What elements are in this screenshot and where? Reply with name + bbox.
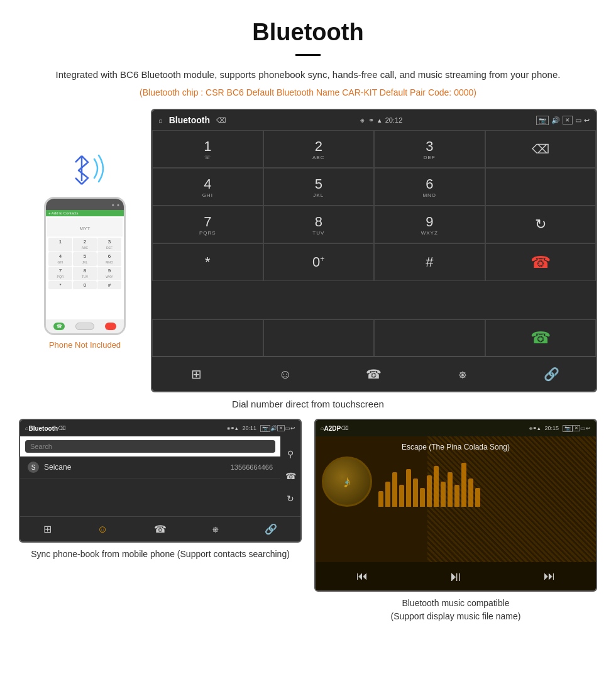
- mus-cam-icon[interactable]: 📷: [563, 425, 573, 432]
- pb-full-icon[interactable]: ▭: [285, 425, 290, 431]
- phone-area: ● ● + Add to Contacts MYT 12ABC3DEF 4GHI…: [19, 109, 151, 350]
- bluetooth-signal-icon: [60, 147, 110, 191]
- nav-contacts-icon[interactable]: ☺: [273, 362, 298, 387]
- phonebook-main: Search S Seicane 13566664466: [20, 436, 280, 516]
- music-caption: Bluetooth music compatible(Support displ…: [391, 597, 521, 623]
- side-search-icon[interactable]: ⚲: [287, 449, 294, 459]
- home-icon[interactable]: ⌂: [158, 116, 163, 124]
- usb-icon: ⌫: [216, 116, 226, 124]
- key-7[interactable]: 7PQRS: [152, 206, 263, 243]
- nav-link-icon[interactable]: 🔗: [539, 362, 564, 387]
- page-title: Bluetooth: [0, 0, 616, 49]
- location-icon: ⚭: [368, 116, 374, 124]
- key-6[interactable]: 6MNO: [374, 168, 485, 206]
- nav-dialpad-icon[interactable]: ⊞: [184, 362, 209, 387]
- pb-loc-icon: ⚭: [230, 425, 235, 431]
- prev-track-icon[interactable]: ⏮: [356, 570, 368, 583]
- key-9[interactable]: 9WXYZ: [374, 206, 485, 243]
- phone-not-included-label: Phone Not Included: [49, 340, 121, 350]
- pbnav-grid-icon[interactable]: ⊞: [43, 523, 52, 535]
- key-empty-r5a: [152, 319, 263, 357]
- mus-app-label: A2DP: [324, 425, 341, 432]
- music-statusbar: ⌂ A2DP ⌫ ⎈ ⚭ ▴ 20:15 📷 ✕ ▭ ↩: [316, 420, 596, 436]
- side-phone-icon[interactable]: ☎: [285, 471, 296, 481]
- key-hash[interactable]: #: [374, 243, 485, 281]
- dialpad-grid: 1☏ 2ABC 3DEF ⌫ 4GHI 5JKL: [152, 130, 596, 319]
- page-specs: (Bluetooth chip : CSR BC6 Default Blueto…: [0, 87, 616, 97]
- title-divider: [295, 54, 321, 56]
- phonebook-section: ⌂ Bluetooth ⌫ ⎈ ⚭ ▴ 20:11 📷 🔊 ✕ ▭ ↩ Sear…: [19, 419, 302, 623]
- key-5[interactable]: 5JKL: [263, 168, 375, 206]
- mus-loc-icon: ⚭: [532, 425, 537, 431]
- pb-back-icon[interactable]: ↩: [290, 425, 295, 431]
- mus-close-icon[interactable]: ✕: [573, 425, 580, 431]
- fullscreen-icon[interactable]: ▭: [575, 116, 581, 124]
- key-star[interactable]: *: [152, 243, 263, 281]
- key-2[interactable]: 2ABC: [263, 130, 375, 168]
- phonebook-contact-item[interactable]: S Seicane 13566664466: [20, 456, 280, 479]
- music-art-area: ♪ ⎈: [316, 451, 596, 512]
- key-empty-r2: [485, 168, 597, 206]
- pb-close-icon[interactable]: ✕: [277, 425, 285, 431]
- phonebook-list: S Seicane 13566664466: [20, 456, 280, 479]
- android-statusbar: ⌂ Bluetooth ⌫ ⎈ ⚭ ▴ 20:12 📷 🔊 ✕ ▭ ↩: [152, 110, 596, 130]
- close-icon[interactable]: ✕: [563, 116, 573, 124]
- nav-phone-icon[interactable]: ☎: [361, 362, 387, 387]
- mus-time: 20:15: [544, 425, 559, 431]
- back-icon[interactable]: ↩: [584, 116, 590, 124]
- pb-cam-icon[interactable]: 📷: [260, 425, 270, 432]
- music-equalizer: [378, 456, 590, 507]
- mus-wifi-icon: ▴: [537, 425, 541, 431]
- phonebook-search-bar[interactable]: Search: [25, 440, 275, 453]
- time-label: 20:12: [385, 116, 403, 124]
- mus-full-icon[interactable]: ▭: [580, 425, 586, 431]
- phone-mockup: ● ● + Add to Contacts MYT 12ABC3DEF 4GHI…: [44, 197, 126, 335]
- pb-time: 20:11: [242, 425, 256, 431]
- main-section: ● ● + Add to Contacts MYT 12ABC3DEF 4GHI…: [0, 109, 616, 392]
- music-album-bt-icon: ⎈: [345, 479, 349, 485]
- key-0[interactable]: 0+: [263, 243, 375, 281]
- music-screen-body: Escape (The Pina Colada Song) ♪ ⎈: [316, 436, 596, 562]
- music-section: ⌂ A2DP ⌫ ⎈ ⚭ ▴ 20:15 📷 ✕ ▭ ↩ Escape (The…: [314, 419, 597, 623]
- music-screen: ⌂ A2DP ⌫ ⎈ ⚭ ▴ 20:15 📷 ✕ ▭ ↩ Escape (The…: [314, 419, 597, 592]
- pb-app-label: Bluetooth: [28, 425, 58, 432]
- play-pause-icon[interactable]: ⏯: [449, 568, 463, 585]
- contact-letter: S: [28, 462, 39, 473]
- camera-icon[interactable]: 📷: [536, 116, 549, 125]
- key-8[interactable]: 8TUV: [263, 206, 375, 243]
- nav-bluetooth-icon[interactable]: ⎈: [450, 362, 475, 387]
- music-song-title: Escape (The Pina Colada Song): [402, 443, 510, 451]
- next-track-icon[interactable]: ⏭: [544, 570, 555, 583]
- key-end-call[interactable]: ☎: [485, 243, 597, 281]
- main-caption: Dial number direct from touchscreen: [0, 399, 616, 409]
- car-bottom-nav: ⊞ ☺ ☎ ⎈ 🔗: [152, 357, 596, 391]
- key-4[interactable]: 4GHI: [152, 168, 263, 206]
- pbnav-phone-icon[interactable]: ☎: [154, 523, 167, 535]
- key-empty-r5c: [374, 319, 485, 357]
- key-1[interactable]: 1☏: [152, 130, 263, 168]
- side-refresh-icon[interactable]: ↻: [287, 494, 294, 504]
- mus-back-icon[interactable]: ↩: [586, 425, 591, 431]
- car-dialpad-screen: ⌂ Bluetooth ⌫ ⎈ ⚭ ▴ 20:12 📷 🔊 ✕ ▭ ↩: [151, 109, 597, 392]
- pbnav-bt-icon[interactable]: ⎈: [212, 524, 219, 535]
- volume-icon[interactable]: 🔊: [551, 116, 560, 124]
- bluetooth-status-icon: ⎈: [360, 116, 365, 124]
- pbnav-user-icon[interactable]: ☺: [97, 524, 107, 535]
- music-controls: ⏮ ⏯ ⏭: [316, 562, 596, 590]
- pbnav-link-icon[interactable]: 🔗: [265, 523, 277, 535]
- contact-name: Seicane: [44, 463, 231, 472]
- page-description: Integrated with BC6 Bluetooth module, su…: [0, 67, 616, 82]
- wifi-icon: ▴: [378, 116, 382, 124]
- key-refresh[interactable]: ↻: [485, 206, 597, 243]
- key-backspace[interactable]: ⌫: [485, 130, 597, 168]
- phonebook-side-icons: ⚲ ☎ ↻: [280, 436, 300, 516]
- phonebook-statusbar: ⌂ Bluetooth ⌫ ⎈ ⚭ ▴ 20:11 📷 🔊 ✕ ▭ ↩: [20, 420, 300, 436]
- key-3[interactable]: 3DEF: [374, 130, 485, 168]
- pb-wifi-icon: ▴: [235, 425, 238, 431]
- contact-number: 13566664466: [231, 463, 273, 471]
- key-call[interactable]: ☎: [485, 319, 597, 357]
- phonebook-bottom-nav: ⊞ ☺ ☎ ⎈ 🔗: [20, 516, 300, 541]
- app-name-label: Bluetooth: [169, 115, 210, 125]
- bottom-screenshots: ⌂ Bluetooth ⌫ ⎈ ⚭ ▴ 20:11 📷 🔊 ✕ ▭ ↩ Sear…: [0, 419, 616, 623]
- pb-vol-icon[interactable]: 🔊: [270, 425, 277, 431]
